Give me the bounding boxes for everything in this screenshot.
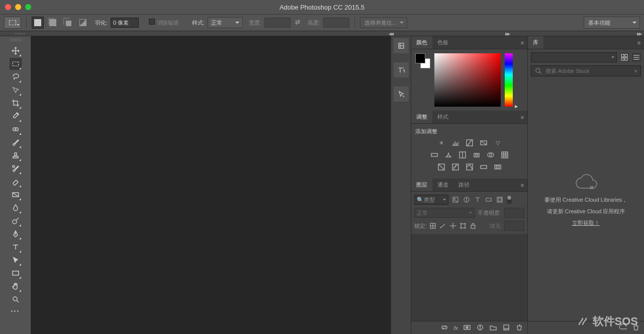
brightness-icon[interactable]: ☀ — [437, 138, 446, 147]
marquee-tool[interactable] — [10, 58, 22, 70]
healing-tool[interactable] — [10, 123, 22, 135]
libraries-get-link[interactable]: 立即获取！ — [572, 219, 600, 227]
bw-icon[interactable] — [458, 150, 467, 159]
zoom-tool[interactable] — [10, 293, 22, 305]
type-tool[interactable] — [10, 241, 22, 253]
filter-pixel-icon[interactable] — [451, 196, 459, 204]
lock-pixels-icon[interactable] — [439, 222, 447, 230]
canvas-area[interactable] — [31, 36, 391, 334]
list-view-icon[interactable] — [632, 53, 641, 62]
hue-icon[interactable] — [430, 150, 439, 159]
minimize-button[interactable] — [15, 4, 21, 10]
swatches-tab[interactable]: 色板 — [432, 36, 453, 49]
fg-color[interactable] — [415, 53, 425, 63]
quick-select-tool[interactable] — [10, 84, 22, 96]
close-button[interactable] — [5, 4, 11, 10]
eraser-tool[interactable] — [10, 176, 22, 188]
fx-icon[interactable]: fx — [453, 325, 458, 331]
filter-adjust-icon[interactable] — [463, 196, 471, 204]
feather-input[interactable] — [111, 18, 139, 28]
workspace-select[interactable]: 基本功能 — [584, 17, 640, 29]
libraries-footer — [528, 321, 644, 334]
blur-tool[interactable] — [10, 202, 22, 214]
layers-tab[interactable]: 图层 — [411, 179, 432, 191]
invert-icon[interactable] — [437, 162, 446, 172]
gradient-map-icon[interactable] — [479, 162, 488, 172]
collapse-arrow-icon[interactable]: ▶▶ — [505, 32, 509, 36]
color-tab[interactable]: 颜色 — [411, 36, 432, 49]
panel-menu-icon[interactable]: ≡ — [517, 36, 527, 49]
selection-add-button[interactable] — [47, 17, 59, 29]
panel-menu-icon[interactable]: ≡ — [517, 111, 527, 123]
channels-tab[interactable]: 通道 — [432, 179, 453, 191]
collapse-arrow-icon[interactable]: ▶▶ — [637, 32, 641, 36]
lock-transparent-icon[interactable] — [429, 222, 437, 230]
grid-view-icon[interactable] — [620, 53, 629, 62]
threshold-icon[interactable] — [465, 162, 474, 172]
levels-icon[interactable] — [451, 138, 460, 147]
filter-smart-icon[interactable] — [496, 196, 504, 204]
saturation-field[interactable] — [434, 53, 501, 107]
hand-tool[interactable] — [10, 280, 22, 292]
delete-icon[interactable] — [515, 323, 523, 332]
character-panel-icon[interactable] — [394, 62, 409, 77]
lock-position-icon[interactable] — [449, 222, 457, 230]
link-layers-icon[interactable] — [440, 323, 448, 332]
tool-preset-picker[interactable] — [4, 17, 21, 29]
collapse-arrow-icon[interactable]: ◀◀ — [389, 32, 393, 36]
history-panel-icon[interactable] — [394, 38, 409, 53]
path-select-tool[interactable] — [10, 254, 22, 266]
adjustments-tab[interactable]: 调整 — [411, 111, 432, 123]
curves-icon[interactable] — [465, 138, 474, 147]
lock-artboard-icon[interactable] — [459, 222, 467, 230]
libraries-tab[interactable]: 库 — [528, 36, 543, 49]
lasso-tool[interactable] — [10, 71, 22, 83]
cloud-sync-icon[interactable] — [619, 323, 627, 332]
pen-tool[interactable] — [10, 228, 22, 240]
filter-toggle[interactable] — [507, 195, 512, 204]
group-icon[interactable] — [489, 323, 497, 332]
fg-bg-swatches[interactable] — [415, 53, 430, 68]
selection-subtract-button[interactable] — [62, 17, 74, 29]
rectangle-tool[interactable] — [10, 267, 22, 279]
layers-list[interactable] — [411, 234, 527, 321]
maximize-button[interactable] — [25, 4, 31, 10]
filter-shape-icon[interactable] — [485, 196, 493, 204]
color-lookup-icon[interactable] — [500, 150, 509, 159]
stock-search-input[interactable]: 搜索 Adobe Stock ▾ — [531, 65, 641, 76]
dodge-tool[interactable] — [10, 215, 22, 227]
stamp-tool[interactable] — [10, 149, 22, 161]
library-select[interactable] — [531, 52, 617, 62]
paragraph-panel-icon[interactable] — [394, 87, 409, 102]
channel-mixer-icon[interactable] — [486, 150, 495, 159]
selection-intersect-button[interactable] — [77, 17, 89, 29]
crop-tool[interactable] — [10, 97, 22, 109]
panel-menu-icon[interactable]: ≡ — [517, 179, 527, 191]
style-select[interactable]: 正常 — [208, 17, 243, 28]
gradient-tool[interactable] — [10, 189, 22, 201]
history-brush-tool[interactable] — [10, 162, 22, 175]
styles-tab[interactable]: 样式 — [432, 111, 453, 123]
selection-new-button[interactable] — [32, 17, 44, 29]
posterize-icon[interactable] — [451, 162, 460, 172]
eyedropper-tool[interactable] — [10, 110, 22, 122]
filter-type-icon[interactable] — [474, 196, 482, 204]
brush-tool[interactable] — [10, 136, 22, 148]
panel-menu-icon[interactable]: ≡ — [634, 36, 644, 49]
new-layer-icon[interactable] — [502, 323, 510, 332]
mask-icon[interactable] — [463, 323, 471, 332]
more-tools-icon[interactable]: ••• — [11, 308, 20, 314]
vibrance-icon[interactable]: ▽ — [493, 138, 502, 147]
move-tool[interactable] — [10, 45, 22, 57]
select-and-mask-button[interactable]: 选择并遮住... — [360, 17, 407, 28]
layer-filter-select[interactable]: 🔍 类型 — [414, 195, 448, 205]
photo-filter-icon[interactable] — [472, 150, 481, 159]
paths-tab[interactable]: 路径 — [453, 179, 475, 191]
delete-icon[interactable] — [632, 323, 640, 332]
selective-color-icon[interactable] — [493, 162, 502, 172]
lock-all-icon[interactable] — [469, 222, 477, 230]
exposure-icon[interactable] — [479, 138, 488, 147]
color-balance-icon[interactable] — [444, 150, 453, 159]
adjustment-layer-icon[interactable] — [476, 323, 484, 332]
hue-strip[interactable] — [505, 53, 513, 107]
